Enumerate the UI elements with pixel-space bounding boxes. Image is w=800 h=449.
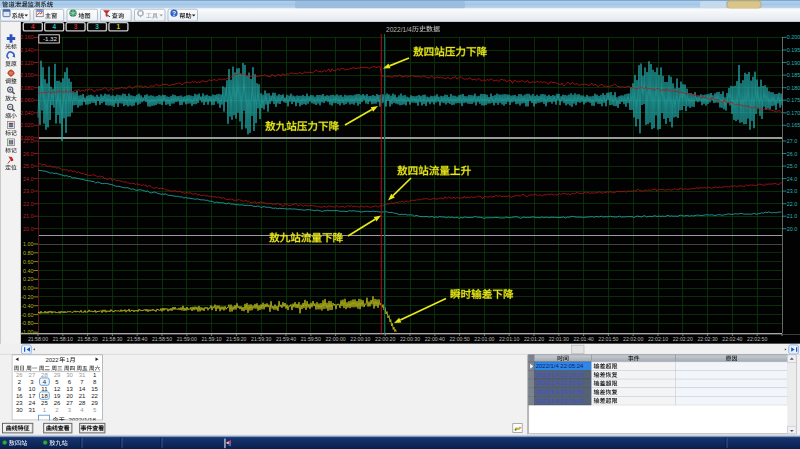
svg-text:25: 25 (41, 400, 48, 406)
svg-text:2.040: 2.040 (20, 110, 34, 116)
svg-text:20: 20 (66, 393, 73, 399)
svg-text:2022: 2022 (46, 357, 59, 363)
svg-text:22:02:20: 22:02:20 (673, 336, 693, 342)
svg-text:?: ? (172, 10, 176, 17)
svg-text:30: 30 (16, 407, 23, 413)
svg-text:21:58:00: 21:58:00 (28, 336, 48, 342)
svg-text:2022/1/4 22:53:07: 2022/1/4 22:53:07 (536, 380, 584, 386)
svg-text:11: 11 (41, 386, 48, 392)
svg-text:0.40: 0.40 (23, 268, 34, 274)
svg-text:22:01:20: 22:01:20 (524, 336, 544, 342)
svg-text:26.0: 26.0 (787, 151, 798, 157)
svg-text:16: 16 (16, 393, 23, 399)
svg-text:22:00:00: 22:00:00 (325, 336, 345, 342)
svg-text:22.0: 22.0 (23, 201, 34, 207)
svg-text:27.0: 27.0 (787, 138, 798, 144)
svg-text:0.20: 0.20 (23, 276, 34, 282)
svg-text:22:00:30: 22:00:30 (400, 336, 420, 342)
svg-text:3: 3 (95, 23, 99, 30)
svg-text:0.00: 0.00 (23, 285, 34, 291)
svg-text:0.195: 0.195 (787, 47, 800, 53)
svg-text:15: 15 (91, 386, 98, 392)
svg-text:2.160: 2.160 (20, 34, 34, 40)
svg-text:2.080: 2.080 (20, 85, 34, 91)
svg-text:2.100: 2.100 (20, 72, 34, 78)
svg-text:21:59:00: 21:59:00 (177, 336, 197, 342)
svg-text:14: 14 (79, 386, 86, 392)
svg-text:31: 31 (79, 372, 86, 378)
svg-text:26.0: 26.0 (23, 151, 34, 157)
svg-text:0.60: 0.60 (23, 259, 34, 265)
svg-text:2022/1/4: 2022/1/4 (386, 26, 412, 33)
svg-text:1: 1 (117, 23, 121, 30)
svg-text:2.060: 2.060 (20, 97, 34, 103)
svg-text:22:00:10: 22:00:10 (350, 336, 370, 342)
svg-text:21.0: 21.0 (787, 213, 798, 219)
svg-text:0.175: 0.175 (787, 97, 800, 103)
svg-text:27.0: 27.0 (23, 138, 34, 144)
svg-text:2.120: 2.120 (20, 60, 34, 66)
svg-text:0.170: 0.170 (787, 110, 800, 116)
svg-text:-0.60: -0.60 (21, 312, 33, 318)
svg-text:22:01:30: 22:01:30 (549, 336, 569, 342)
svg-text:22:00:50: 22:00:50 (449, 336, 469, 342)
svg-text:22:02:40: 22:02:40 (722, 336, 742, 342)
svg-text:-0.20: -0.20 (21, 294, 33, 300)
svg-text:28: 28 (41, 372, 48, 378)
svg-text:19: 19 (54, 393, 61, 399)
svg-text:23: 23 (16, 400, 23, 406)
svg-text:-0.40: -0.40 (21, 303, 33, 309)
svg-text:0.200: 0.200 (787, 34, 800, 40)
svg-text:24.0: 24.0 (23, 176, 34, 182)
svg-text:30: 30 (66, 372, 73, 378)
svg-text:22.0: 22.0 (787, 201, 798, 207)
svg-text:22:00:40: 22:00:40 (425, 336, 445, 342)
svg-text:21:58:50: 21:58:50 (152, 336, 172, 342)
svg-text:25.0: 25.0 (787, 163, 798, 169)
svg-text:22:01:00: 22:01:00 (474, 336, 494, 342)
svg-text:4: 4 (31, 23, 35, 30)
svg-text:21: 21 (79, 393, 86, 399)
svg-text:0.190: 0.190 (787, 60, 800, 66)
svg-text:0.185: 0.185 (787, 72, 800, 78)
svg-text:22:02:10: 22:02:10 (648, 336, 668, 342)
svg-text:0.80: 0.80 (23, 250, 34, 256)
svg-text:26: 26 (54, 400, 61, 406)
svg-text:23.0: 23.0 (787, 188, 798, 194)
svg-text:0.165: 0.165 (787, 122, 800, 128)
svg-text:26: 26 (16, 372, 23, 378)
svg-text:22:01:40: 22:01:40 (573, 336, 593, 342)
svg-text:-0.80: -0.80 (21, 320, 33, 326)
svg-text:2022/1/4 22:05:24: 2022/1/4 22:05:24 (536, 363, 584, 369)
svg-text:13: 13 (66, 386, 73, 392)
svg-text:28: 28 (79, 400, 86, 406)
svg-text:2.140: 2.140 (20, 47, 34, 53)
svg-text:-1.00: -1.00 (21, 329, 33, 335)
svg-text:21:58:30: 21:58:30 (102, 336, 122, 342)
svg-text:29: 29 (54, 372, 61, 378)
svg-text:31: 31 (29, 407, 36, 413)
svg-text:21:58:20: 21:58:20 (77, 336, 97, 342)
svg-text:21:58:40: 21:58:40 (127, 336, 147, 342)
svg-text:18: 18 (41, 393, 48, 399)
svg-text:4: 4 (52, 23, 56, 30)
svg-text:21:59:30: 21:59:30 (251, 336, 271, 342)
svg-text:22:01:10: 22:01:10 (499, 336, 519, 342)
svg-text:22:01:50: 22:01:50 (598, 336, 618, 342)
svg-text:21.0: 21.0 (23, 213, 34, 219)
svg-text:25.0: 25.0 (23, 163, 34, 169)
svg-text:23.0: 23.0 (23, 188, 34, 194)
svg-text:21:59:20: 21:59:20 (226, 336, 246, 342)
svg-text:22:02:00: 22:02:00 (623, 336, 643, 342)
svg-text:29: 29 (91, 400, 98, 406)
svg-text:24: 24 (29, 400, 36, 406)
svg-text:21:59:40: 21:59:40 (276, 336, 296, 342)
svg-text:17: 17 (29, 393, 36, 399)
svg-text:1.00: 1.00 (23, 241, 34, 247)
svg-text:22:02:30: 22:02:30 (697, 336, 717, 342)
svg-text:27: 27 (66, 400, 73, 406)
svg-text:1: 1 (66, 357, 69, 363)
svg-text:22: 22 (91, 393, 98, 399)
svg-text:3: 3 (74, 23, 78, 30)
svg-text:2022/1/4 23:17:51: 2022/1/4 23:17:51 (536, 389, 584, 395)
